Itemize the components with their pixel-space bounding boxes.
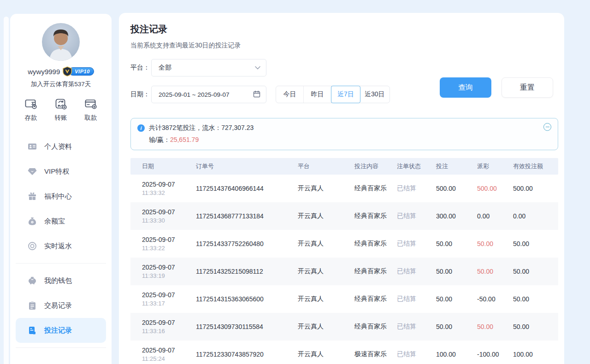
table-row[interactable]: 2025-09-0711:25:24 1172512330743857920 开… bbox=[130, 341, 558, 364]
cell-bet-amount: 300.00 bbox=[436, 212, 477, 220]
piggy-bank-icon bbox=[28, 276, 37, 285]
cell-valid-amount: 0.00 bbox=[513, 212, 558, 220]
cell-date: 2025-09-0711:33:16 bbox=[142, 318, 196, 335]
table-row[interactable]: 2025-09-0711:33:16 1172514309730115584 开… bbox=[130, 313, 558, 341]
query-button[interactable]: 查询 bbox=[440, 77, 491, 98]
vip-shield-icon bbox=[62, 66, 72, 76]
cell-bet-amount: 50.00 bbox=[436, 240, 477, 247]
cell-payout: 0.00 bbox=[477, 212, 513, 220]
cell-bet-content: 经典百家乐 bbox=[354, 323, 397, 331]
summary-banner: i 共计3872笔投注，流水：727,307.23 输/赢：25,651.79 bbox=[130, 118, 558, 150]
username: wywy9999 bbox=[28, 68, 60, 76]
loss-win-label: 输/赢： bbox=[149, 136, 170, 143]
collapse-banner-icon[interactable] bbox=[543, 123, 551, 131]
cell-bet-amount: 500.00 bbox=[436, 185, 477, 192]
date-quick-filters: 今日 昨日 近7日 近30日 bbox=[276, 86, 390, 103]
avatar[interactable] bbox=[42, 23, 80, 61]
page-title: 投注记录 bbox=[130, 23, 556, 35]
cell-date: 2025-09-0711:33:19 bbox=[142, 263, 196, 280]
cell-order-number: 1172514315363065600 bbox=[196, 295, 298, 303]
cell-date: 2025-09-0711:33:30 bbox=[142, 208, 196, 224]
sidebar-item-bet-records[interactable]: 投注记录 bbox=[16, 318, 106, 343]
platform-label: 平台： bbox=[130, 64, 151, 72]
withdraw-button[interactable]: 取款 bbox=[84, 97, 98, 122]
filter-last30days-button[interactable]: 近30日 bbox=[360, 86, 389, 103]
cell-date: 2025-09-0711:33:32 bbox=[142, 180, 196, 197]
cell-platform: 开云真人 bbox=[298, 350, 354, 358]
cell-bet-content: 经典百家乐 bbox=[354, 212, 397, 220]
sidebar-item-yuebao[interactable]: 余额宝 bbox=[16, 209, 106, 234]
cell-valid-amount: 50.00 bbox=[513, 323, 558, 330]
filter-last7days-button[interactable]: 近7日 bbox=[331, 86, 360, 103]
vip-level-label: VIP10 bbox=[69, 67, 94, 76]
deposit-button[interactable]: 存款 bbox=[24, 97, 38, 122]
quick-action-label: 转账 bbox=[55, 114, 67, 122]
cell-order-number: 1172514309730115584 bbox=[196, 323, 298, 330]
cell-bet-amount: 100.00 bbox=[436, 351, 477, 358]
cell-payout: 50.00 bbox=[477, 268, 513, 275]
cell-payout: 50.00 bbox=[477, 323, 513, 330]
cell-valid-amount: 50.00 bbox=[513, 240, 558, 247]
table-row[interactable]: 2025-09-0711:33:30 1172514368777133184 开… bbox=[130, 202, 558, 230]
table-row[interactable]: 2025-09-0711:33:32 1172514376406966144 开… bbox=[130, 175, 558, 202]
filter-today-button[interactable]: 今日 bbox=[276, 86, 304, 103]
cell-platform: 开云真人 bbox=[298, 323, 354, 331]
date-label: 日期： bbox=[130, 90, 151, 99]
transfer-button[interactable]: 转账 bbox=[54, 97, 68, 122]
sidebar-item-transactions[interactable]: 交易记录 bbox=[16, 293, 106, 318]
cell-status: 已结算 bbox=[397, 295, 436, 303]
sidebar-item-label: 我的钱包 bbox=[44, 276, 72, 285]
col-header-valid: 有效投注额 bbox=[513, 162, 558, 170]
sidebar-item-label: 个人资料 bbox=[44, 142, 72, 151]
join-days-text: 加入开云体育第537天 bbox=[31, 80, 91, 88]
table-body: 2025-09-0711:33:32 1172514376406966144 开… bbox=[130, 175, 558, 364]
cell-payout: 50.00 bbox=[477, 240, 513, 247]
table-row[interactable]: 2025-09-0711:33:17 1172514315363065600 开… bbox=[130, 285, 558, 313]
cell-platform: 开云真人 bbox=[298, 212, 354, 220]
menu-divider bbox=[16, 263, 106, 264]
table-row[interactable]: 2025-09-0711:33:19 1172514325215098112 开… bbox=[130, 258, 558, 285]
filter-yesterday-button[interactable]: 昨日 bbox=[304, 86, 331, 103]
bet-record-icon bbox=[28, 326, 37, 335]
reset-button[interactable]: 重置 bbox=[502, 77, 553, 98]
date-range-value: 2025-09-01 ~ 2025-09-07 bbox=[159, 91, 253, 98]
cell-payout: -50.00 bbox=[477, 295, 513, 303]
cell-bet-content: 极速百家乐 bbox=[354, 350, 397, 358]
sidebar-menu: 个人资料 VIP特权 福利中心 余额宝 bbox=[10, 134, 112, 352]
vip-diamond-icon bbox=[28, 167, 37, 176]
loss-win-value: 25,651.79 bbox=[170, 136, 199, 143]
sidebar-item-welfare[interactable]: 福利中心 bbox=[16, 184, 106, 209]
money-bag-icon bbox=[28, 217, 37, 226]
cell-platform: 开云真人 bbox=[298, 295, 354, 303]
platform-select[interactable]: 全部 bbox=[151, 59, 266, 76]
col-header-order: 订单号 bbox=[196, 162, 298, 170]
platform-filter-row: 平台： 全部 bbox=[130, 59, 556, 76]
date-range-input[interactable]: 2025-09-01 ~ 2025-09-07 bbox=[151, 86, 266, 103]
cell-bet-content: 经典百家乐 bbox=[354, 295, 397, 303]
sidebar-item-label: 投注记录 bbox=[44, 326, 72, 335]
sidebar-item-wallet[interactable]: 我的钱包 bbox=[16, 268, 106, 293]
col-header-status: 注单状态 bbox=[397, 162, 436, 170]
cell-order-number: 1172514368777133184 bbox=[196, 212, 298, 220]
col-header-bet: 投注 bbox=[436, 162, 477, 170]
table-row[interactable]: 2025-09-0711:33:22 1172514337752260480 开… bbox=[130, 230, 558, 258]
sidebar-item-vip[interactable]: VIP特权 bbox=[16, 159, 106, 184]
sidebar-item-rebate[interactable]: 实时返水 bbox=[16, 234, 106, 258]
action-buttons: 查询 重置 bbox=[440, 77, 553, 98]
cell-valid-amount: 100.00 bbox=[513, 351, 558, 358]
calendar-icon bbox=[253, 90, 260, 99]
cell-payout: 500.00 bbox=[477, 185, 513, 192]
vip-badge: VIP10 bbox=[62, 66, 94, 76]
cell-order-number: 1172514337752260480 bbox=[196, 240, 298, 247]
cell-payout: -100.00 bbox=[477, 351, 513, 358]
sidebar-item-label: 交易记录 bbox=[44, 301, 72, 310]
bet-records-panel: 投注记录 当前系统支持查询最近30日的投注记录 平台： 全部 日期： 2025-… bbox=[119, 13, 564, 364]
id-card-icon bbox=[28, 142, 37, 151]
deposit-wallet-icon bbox=[24, 97, 38, 111]
cell-status: 已结算 bbox=[397, 212, 436, 220]
col-header-payout: 派彩 bbox=[477, 162, 513, 170]
sidebar-item-profile[interactable]: 个人资料 bbox=[16, 134, 106, 159]
cell-platform: 开云真人 bbox=[298, 240, 354, 248]
col-header-content: 投注内容 bbox=[354, 162, 397, 170]
chevron-down-icon bbox=[255, 65, 260, 71]
